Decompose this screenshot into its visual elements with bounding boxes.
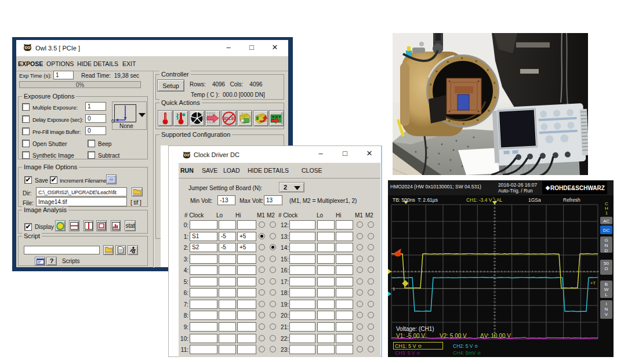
svg-text:+T: +T — [590, 281, 596, 286]
svg-text:1: 1 — [393, 286, 395, 292]
